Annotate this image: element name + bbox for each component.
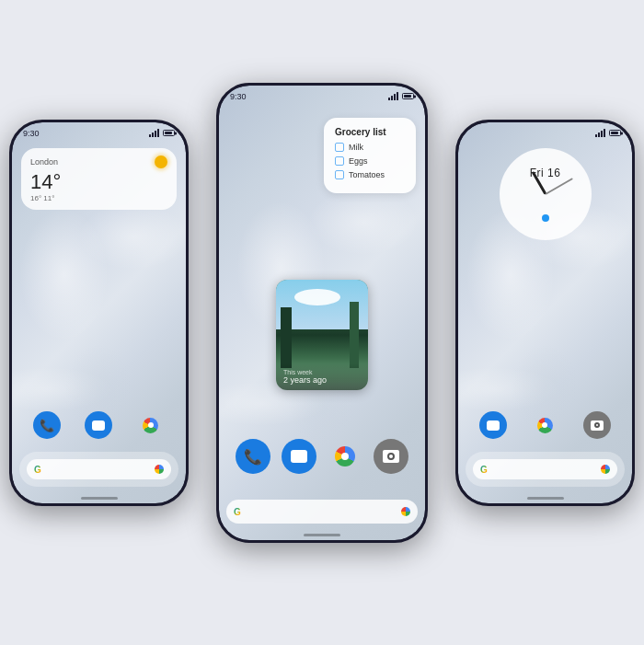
- left-apps-row: 📞: [12, 411, 186, 439]
- google-logo-left: G: [34, 465, 41, 475]
- grocery-checkbox-tomatoes[interactable]: [335, 170, 344, 179]
- weather-widget: London 14° 16° 11°: [21, 148, 177, 210]
- home-indicator-center: [304, 534, 340, 536]
- signal-icon-right: [595, 129, 605, 137]
- assistant-left: [155, 465, 164, 474]
- clock-dot: [542, 214, 549, 222]
- weather-sun-icon: [155, 155, 167, 168]
- home-indicator-right: [527, 497, 564, 500]
- grocery-item-tomatoes: Tomatoes: [335, 170, 405, 179]
- phone-right: Fri 16: [455, 120, 635, 506]
- photos-this-week: This week: [283, 369, 361, 375]
- search-bar-right[interactable]: G: [473, 459, 617, 479]
- time-left: 9:30: [23, 129, 40, 138]
- chrome-app-center[interactable]: [328, 439, 362, 474]
- messages-app-left[interactable]: [85, 411, 112, 439]
- status-icons-right: [595, 129, 621, 137]
- camera-app-right[interactable]: [583, 411, 611, 439]
- phone-app-center[interactable]: 📞: [236, 439, 270, 474]
- status-icons-left: [149, 129, 175, 137]
- search-bar-center[interactable]: G: [226, 500, 418, 524]
- grocery-label-eggs: Eggs: [349, 156, 368, 166]
- battery-icon-left: [163, 130, 175, 136]
- phones-container: 9:30 London: [0, 0, 644, 645]
- messages-app-right[interactable]: [479, 411, 507, 439]
- weather-range: 16° 11°: [30, 194, 167, 202]
- center-apps-row: 📞: [219, 439, 425, 474]
- battery-icon-center: [402, 93, 414, 99]
- signal-icon-left: [149, 129, 159, 137]
- chrome-app-right[interactable]: [531, 411, 558, 439]
- weather-temp: 14°: [30, 170, 167, 194]
- grocery-label-milk: Milk: [349, 143, 363, 152]
- google-logo-right: G: [480, 465, 488, 475]
- phone-left: 9:30 London: [9, 120, 189, 506]
- weather-city: London: [30, 157, 58, 167]
- google-logo-center: G: [234, 507, 241, 517]
- photos-years-ago: 2 years ago: [283, 375, 361, 385]
- home-indicator-left: [81, 497, 118, 500]
- phone-app-left[interactable]: 📞: [33, 411, 61, 439]
- phone-center: 9:30 Grocery list: [216, 83, 428, 543]
- dock-right: G: [466, 452, 625, 487]
- time-center: 9:30: [230, 92, 247, 101]
- right-apps-row: [458, 411, 632, 439]
- messages-app-center[interactable]: [282, 439, 316, 474]
- camera-app-center[interactable]: [374, 439, 408, 474]
- grocery-widget: Grocery list Milk Eggs Tomatoes: [324, 118, 416, 193]
- battery-icon-right: [609, 130, 621, 136]
- status-bar-center: 9:30: [219, 86, 425, 104]
- clock-widget: Fri 16: [500, 148, 592, 240]
- grocery-checkbox-milk[interactable]: [335, 143, 344, 152]
- signal-icon-center: [388, 92, 398, 100]
- grocery-item-milk: Milk: [335, 143, 405, 152]
- chrome-app-left[interactable]: [137, 411, 165, 439]
- status-bar-right: [458, 122, 632, 141]
- assistant-right: [601, 465, 610, 474]
- dock-left: G: [19, 452, 178, 487]
- search-bar-left[interactable]: G: [27, 459, 171, 479]
- grocery-checkbox-eggs[interactable]: [335, 156, 344, 166]
- grocery-label-tomatoes: Tomatoes: [349, 170, 385, 179]
- grocery-item-eggs: Eggs: [335, 156, 405, 166]
- status-bar-left: 9:30: [12, 122, 186, 141]
- grocery-title: Grocery list: [335, 127, 405, 137]
- status-icons-center: [388, 92, 414, 100]
- clock-minute-hand: [545, 178, 572, 195]
- photos-widget[interactable]: This week 2 years ago: [276, 280, 368, 390]
- assistant-center: [401, 507, 410, 516]
